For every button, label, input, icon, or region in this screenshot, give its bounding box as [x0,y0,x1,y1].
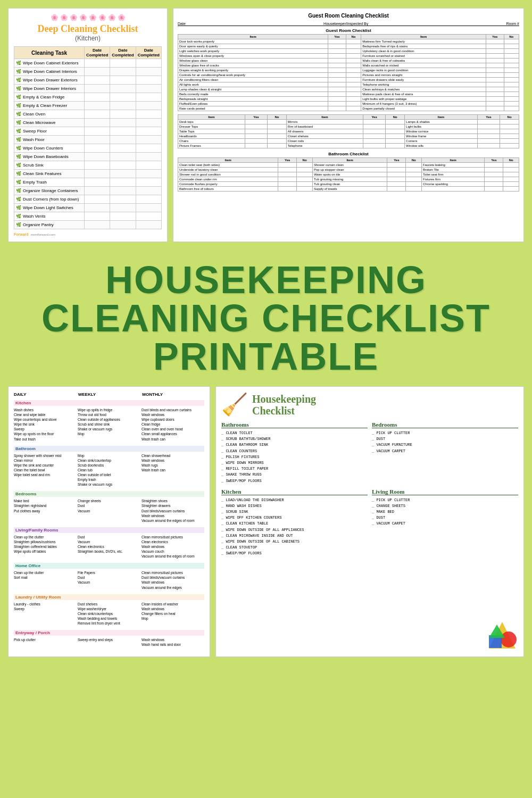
daily-col: Clean up the clutterStraighten pillows/c… [14,535,77,559]
guest-yes-2 [486,92,504,97]
date-cell-3 [136,59,161,68]
bath-yes-3 [485,182,503,187]
leaf-icon: 🌿 [16,78,21,82]
table-row: Door opens easily & quietly Bedspreads f… [178,44,519,49]
room-yes-1 [245,144,267,148]
monthly-col: Clean showerheadWash windowsWash rugsWas… [142,453,204,487]
list-item: Change Sheets [372,503,518,509]
banner-title-line3: Printable [8,337,524,376]
guest-yes-2 [486,82,504,87]
table-row: 🌿Wipe Down Cabinet Exteriors [14,59,162,68]
room-item-col-2: Item [286,115,363,120]
room-yes-2 [363,134,385,139]
date-cell-2 [110,178,136,187]
guest-yes-2 [486,63,504,68]
left-document: 🌸 🌸 🌸 🌸 🌸 🌸 🌸 🌸 Deep Cleaning Checklist … [8,8,168,242]
task-name: 🌿Dust Corners (from top down) [14,195,85,204]
guest-yes-1 [328,97,346,102]
table-row: Underside of lavatory clean Pop up stopp… [178,168,519,172]
hk-kitchen-items: Load/Unload the DishwasherHand Wash Dish… [221,497,368,557]
banner-title-line2: Cleaning Checklist [8,299,524,337]
bath-item-1: Shower rod in good condition [178,172,278,177]
dwm-section: Laundry / Utility RoomLaundry - clothesS… [14,594,204,626]
right-document: Guest Room Cleaning Checklist Date House… [173,8,524,242]
list-item: Straighten shoes [142,498,204,503]
list-item: Wipe Down Mirrors [221,460,368,466]
dwm-section-title: Entryway / Porch [14,630,204,636]
no-col-1: No [346,35,361,39]
bath-yes-2 [387,182,406,187]
guest-yes-1 [328,78,346,82]
table-row: Bathroom free of odours Supply of towels [178,187,519,192]
list-item: Sweep/Mop Floors [221,478,368,484]
guest-yes-1 [328,49,346,54]
leaf-icon: 🌿 [16,222,21,227]
guest-no-2 [504,97,519,102]
table-row: Chairs Closet rods Corners [178,139,519,144]
task-name: 🌿Empty & Clean Fridge [14,93,85,102]
list-item: Wipe Off Kitchen Counters [221,515,368,521]
task-column-header: Cleaning Task [14,47,85,59]
guest-yes-1 [328,39,346,44]
bath-yes-col-1: Yes [278,158,297,163]
dwm-section: Home OfficeClean up the clutterSort mail… [14,563,204,589]
room-yes-3 [477,124,500,129]
bath-no-2 [406,177,422,182]
guest-no-2 [504,92,519,97]
room-item-col-1: Item [178,115,245,120]
room-yes-2 [363,144,385,148]
room-no-2 [386,134,405,139]
room-no-1 [268,134,287,139]
monthly-col: Wash windowsWash hand rails and door [142,637,204,647]
table-row: 🌿Clean Microwave [14,119,162,127]
bath-item-2: Tub grouting missing [312,177,387,182]
guest-yes-2 [486,49,504,54]
date-cell-2 [110,212,136,221]
date2-header: DateCompleted [110,47,136,59]
room-item-1: Desk tops [178,120,245,124]
table-row: Headboards Closet shelves Window frame [178,134,519,139]
list-item: Straighten drawers [142,503,204,508]
dwm-grid: Clean up the clutterStraighten pillows/c… [14,535,204,559]
list-item: Vacuum [78,539,140,544]
task-name: 🌿Scrub Sink [14,161,85,170]
hk-bathrooms-section: Bathrooms Clean ToiletScrub Bathtub/Show… [221,421,368,484]
list-item: Clean small appliances [142,431,204,436]
guest-no-1 [346,68,361,73]
date-cell-2 [110,93,136,102]
guest-no-1 [346,44,361,49]
list-item: Pick Up Clutter [372,497,518,503]
bath-no-1 [297,163,313,168]
guest-item-col1: Rate cards posted [178,106,328,111]
guest-item-col1: Lamp shades clean & straight [178,87,328,92]
date3-header: DateCompleted [136,47,161,59]
guest-yes-1 [328,63,346,68]
dwm-section: Living/Family RoomsClean up the clutterS… [14,527,204,559]
list-item: Make Bed [372,509,518,515]
dwm-section: KitchenWash dishesClear and wipe tableWi… [14,400,204,442]
bathroom-section-title: Bathroom Checklist [178,152,519,156]
guest-item-col1: Door opens easily & quietly [178,44,328,49]
broom-icon: 🧹 [221,392,248,417]
date-cell-3 [136,161,161,170]
flower-icon-5: 🌸 [89,14,97,21]
yes-col-2: Yes [486,35,504,39]
bath-no-1 [297,187,313,192]
guest-yes-2 [486,73,504,78]
room-item-2: Telephone [286,144,363,148]
checklist-table: Cleaning Task DateCompleted DateComplete… [14,46,162,229]
list-item: Clean up the clutter [14,570,77,575]
date-cell-3 [136,204,161,212]
list-item: Dust [78,575,140,580]
left-doc-footer: Forward momforward.com [14,232,162,236]
list-item: Scrub and shine sink [78,422,140,427]
date-cell-2 [110,153,136,161]
guest-no-2 [504,102,519,106]
guest-no-2 [504,106,519,111]
room-item-2: Rim of baseboard [286,124,363,129]
task-name: 🌿Wipe Down Baseboards [14,153,85,161]
room-no-3 [500,144,519,148]
dwm-section: Entryway / PorchPick up clutterSweep ent… [14,630,204,647]
list-item: Wash trash can [142,437,204,442]
list-item: Wipe cupboard doors [142,417,204,422]
